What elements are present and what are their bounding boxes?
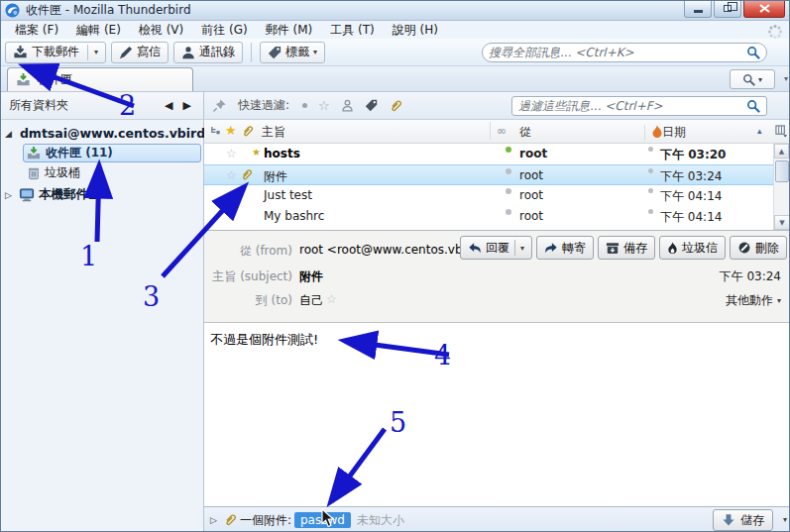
twisty-collapsed-icon[interactable]: ▷ — [5, 190, 15, 200]
filter-tag-button[interactable] — [365, 99, 378, 112]
message-row-attachment[interactable]: ☆ 附件 root 下午 03:24 — [204, 164, 789, 185]
column-subject[interactable]: 主旨 — [262, 124, 285, 141]
close-button[interactable] — [743, 0, 785, 18]
menu-message[interactable]: 郵件 (M) — [258, 21, 321, 40]
restore-button[interactable] — [714, 0, 741, 18]
subject-value: 附件 — [299, 268, 323, 285]
forward-icon — [544, 242, 558, 255]
folder-trash-row[interactable]: 垃圾桶 — [1, 163, 203, 182]
chevron-down-icon[interactable]: ▾ — [94, 48, 98, 56]
thread-pane: ★ 主旨 ∞ 從 日期 ▴ — [204, 120, 789, 231]
flame-icon — [667, 242, 678, 255]
star-icon[interactable]: ☆ — [226, 188, 237, 202]
message-date: 下午 04:14 — [660, 188, 722, 205]
filter-starred-button[interactable]: ☆ — [318, 98, 330, 113]
save-options-button[interactable]: ▾ — [783, 515, 787, 524]
archive-button[interactable]: 備存 — [598, 236, 655, 260]
thread-column-icon[interactable] — [210, 126, 221, 137]
unread-dot-icon[interactable] — [506, 147, 511, 153]
scroll-up-button[interactable]: ▲ — [774, 144, 789, 159]
trash-icon — [27, 165, 41, 180]
filter-unread-button[interactable] — [302, 103, 307, 108]
scroll-down-button[interactable]: ▼ — [774, 215, 790, 230]
star-column-icon[interactable]: ★ — [225, 123, 237, 138]
global-search-box[interactable] — [482, 43, 767, 62]
tab-inbox[interactable]: 收件匣 — [7, 67, 193, 91]
menu-tools[interactable]: 工具 (T) — [322, 21, 383, 40]
quick-filter-box[interactable] — [511, 96, 767, 116]
message-row-my-bashrc[interactable]: ☆ My bashrc root 下午 04:14 — [204, 206, 789, 227]
read-dot-icon[interactable] — [506, 209, 511, 215]
attachment-file[interactable]: passwd — [294, 512, 351, 528]
filter-attachment-button[interactable] — [389, 99, 402, 113]
get-mail-label: 下載郵件 — [32, 44, 79, 60]
junk-dot-icon[interactable] — [648, 188, 653, 193]
junk-dot-icon[interactable] — [648, 168, 653, 173]
star-icon[interactable]: ☆ — [226, 209, 237, 223]
junk-column-icon[interactable] — [644, 125, 663, 141]
folder-inbox-row[interactable]: 收件匣 (11) — [23, 144, 201, 162]
twisty-expanded-icon[interactable]: ◢ — [5, 129, 12, 139]
attachment-twisty-icon[interactable]: ▷ — [210, 515, 217, 525]
menu-file[interactable]: 檔案 (F) — [7, 21, 66, 40]
tag-button[interactable]: 標籤 ▾ — [260, 42, 325, 63]
folder-view-forward-button[interactable]: ▶ — [183, 99, 191, 112]
chevron-down-icon[interactable]: ▾ — [520, 244, 524, 253]
reply-button[interactable]: 回覆 ▾ — [460, 236, 532, 260]
get-mail-button[interactable]: 下載郵件 ▾ — [5, 42, 106, 63]
scrollbar-thumb[interactable] — [775, 160, 789, 182]
menu-view[interactable]: 檢視 (V) — [131, 21, 191, 40]
junk-dot-icon[interactable] — [648, 209, 653, 214]
search-icon[interactable] — [746, 99, 760, 113]
star-icon[interactable]: ☆ — [226, 168, 237, 182]
chevron-down-icon[interactable]: ▾ — [313, 48, 317, 56]
attachment-summary: 一個附件: — [240, 512, 291, 529]
column-date[interactable]: 日期 — [662, 124, 686, 141]
to-value[interactable]: 自己 — [299, 292, 323, 309]
read-dot-icon[interactable] — [506, 188, 511, 194]
paperclip-icon — [223, 513, 237, 527]
local-folders-row[interactable]: ▷ 本機郵件匣 — [1, 185, 203, 204]
message-row-just-test[interactable]: ☆ Just test root 下午 04:14 — [204, 185, 789, 206]
star-icon[interactable]: ☆ — [226, 147, 237, 160]
column-picker-icon[interactable] — [775, 125, 788, 138]
quick-filter-input[interactable] — [518, 99, 746, 113]
account-name: dmtsai@www.centos.vbird — [20, 126, 205, 141]
menu-go[interactable]: 前往 (G) — [193, 21, 255, 40]
search-icon[interactable] — [746, 46, 760, 59]
tab-search-button[interactable]: ▾ — [730, 69, 775, 89]
delete-icon — [737, 241, 751, 255]
write-button[interactable]: 寫信 — [111, 42, 169, 63]
message-row-hosts[interactable]: ☆ ★ hosts root 下午 03:20 — [204, 144, 789, 164]
read-column-icon[interactable]: ∞ — [490, 122, 507, 140]
menu-help[interactable]: 說明 (H) — [385, 21, 446, 40]
global-search-input[interactable] — [489, 46, 746, 59]
other-actions-button[interactable]: 其他動作 ▾ — [726, 292, 781, 309]
filter-contact-button[interactable] — [341, 99, 354, 112]
person-icon — [181, 46, 195, 59]
pin-icon[interactable] — [212, 98, 227, 113]
address-book-button[interactable]: 通訊錄 — [173, 42, 243, 63]
message-from: root — [519, 188, 543, 202]
folder-view-back-button[interactable]: ◀ — [165, 99, 172, 112]
save-attachment-button[interactable]: 儲存 — [713, 509, 773, 531]
read-dot-icon[interactable] — [506, 168, 511, 174]
thread-list-scrollbar[interactable]: ▲ ▼ — [773, 144, 789, 230]
attachment-column-icon[interactable] — [241, 125, 254, 138]
account-row[interactable]: ◢ dmtsai@www.centos.vbird — [1, 124, 203, 143]
junk-dot-icon[interactable] — [648, 147, 653, 152]
message-date: 下午 03:24 — [720, 268, 781, 285]
button-divider — [87, 45, 88, 60]
minimize-button[interactable] — [684, 0, 712, 18]
sort-ascending-icon[interactable]: ▴ — [757, 126, 762, 136]
search-icon — [742, 73, 755, 86]
inbox-icon — [16, 72, 31, 87]
folder-pane-title[interactable]: 所有資料夾 — [9, 97, 165, 114]
menu-edit[interactable]: 編輯 (E) — [68, 21, 129, 40]
all-tabs-button[interactable]: ▾ — [784, 74, 788, 83]
forward-button[interactable]: 轉寄 — [536, 236, 594, 260]
delete-button[interactable]: 刪除 — [730, 236, 787, 260]
column-from[interactable]: 從 — [519, 124, 531, 141]
junk-button[interactable]: 垃圾信 — [659, 236, 726, 260]
local-folders-label: 本機郵件匣 — [39, 186, 101, 203]
